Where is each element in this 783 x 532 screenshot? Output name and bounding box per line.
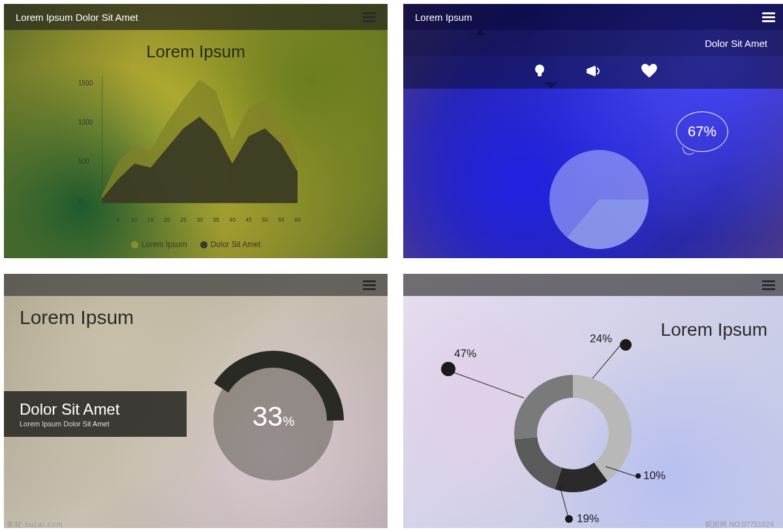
svg-rect-10 <box>593 66 596 76</box>
menu-icon[interactable] <box>363 12 376 22</box>
menu-icon[interactable] <box>363 280 376 290</box>
slice-label: 19% <box>577 512 599 525</box>
slice-label: 47% <box>454 347 476 361</box>
callout-dot <box>636 473 641 479</box>
subbar: Dolor Sit Amet <box>403 30 783 56</box>
y-tick: 1500 <box>78 80 93 87</box>
svg-point-7 <box>535 65 544 74</box>
area-chart: 1500 1000 500 0 5 10 15 20 25 30 35 40 4… <box>102 76 304 213</box>
topbar <box>403 274 783 296</box>
heart-icon[interactable] <box>641 64 657 81</box>
gauge-card: Lorem Ipsum Dolor Sit Amet Lorem Ipsum D… <box>4 274 388 528</box>
lightbulb-icon[interactable] <box>533 63 546 81</box>
menu-icon[interactable] <box>762 12 775 22</box>
callout-dot <box>565 515 573 523</box>
x-tick: 20 <box>164 216 170 223</box>
x-tick: 10 <box>131 216 138 223</box>
legend: Lorem Ipsum Dolor Sit Amet <box>4 240 388 249</box>
x-tick: 60 <box>294 216 301 223</box>
watermark: 昵图网 NO:07751624 <box>705 520 774 529</box>
slice-label: 10% <box>643 469 666 482</box>
box-subtitle: Lorem Ipsum Dolor Sit Amet <box>20 420 171 428</box>
legend-item: Lorem Ipsum <box>131 240 187 249</box>
icon-bar <box>403 56 783 89</box>
svg-rect-8 <box>538 73 542 76</box>
x-tick: 55 <box>278 216 284 223</box>
card-title: Lorem Ipsum <box>20 306 134 329</box>
x-tick: 45 <box>245 216 252 223</box>
pie-chart <box>547 147 651 252</box>
donut-card: Lorem Ipsum 47% 24% 10% 19% <box>403 274 783 528</box>
chart-title: Lorem Ipsum <box>4 42 388 62</box>
topbar: Lorem Ipsum Dolor Sit Amet <box>4 4 388 30</box>
gauge-value: 33% <box>198 401 348 432</box>
x-tick: 5 <box>116 216 119 223</box>
y-tick: 0 <box>78 198 82 205</box>
topbar-title: Lorem Ipsum Dolor Sit Amet <box>16 12 138 23</box>
x-tick: 40 <box>229 216 236 223</box>
donut-chart <box>501 362 645 505</box>
x-tick: 25 <box>180 216 187 223</box>
percent-bubble: 67% <box>676 111 728 152</box>
x-tick: 35 <box>213 216 219 223</box>
x-tick: 15 <box>147 216 154 223</box>
slice-label: 24% <box>590 332 612 346</box>
legend-item: Dolor Sit Amet <box>200 240 261 249</box>
pie-card: Lorem Ipsum Dolor Sit Amet 67% <box>403 4 783 258</box>
subbar-title: Dolor Sit Amet <box>705 38 767 49</box>
watermark: 素材·sucai.com <box>7 520 63 529</box>
topbar: Lorem Ipsum <box>403 4 783 30</box>
box-title: Dolor Sit Amet <box>20 400 171 419</box>
x-tick: 50 <box>262 216 268 223</box>
menu-icon[interactable] <box>762 280 775 290</box>
callout-dot <box>441 362 455 376</box>
info-box: Dolor Sit Amet Lorem Ipsum Dolor Sit Ame… <box>4 391 187 437</box>
y-tick: 1000 <box>78 119 93 126</box>
card-title: Lorem Ipsum <box>661 319 767 340</box>
y-tick: 500 <box>78 158 89 165</box>
topbar <box>4 274 388 296</box>
x-tick: 30 <box>196 216 203 223</box>
callout-dot <box>620 339 632 351</box>
topbar-title: Lorem Ipsum <box>415 12 472 23</box>
area-chart-card: Lorem Ipsum Dolor Sit Amet Lorem Ipsum 1… <box>4 4 388 258</box>
megaphone-icon[interactable] <box>585 65 602 80</box>
svg-marker-9 <box>587 66 593 76</box>
